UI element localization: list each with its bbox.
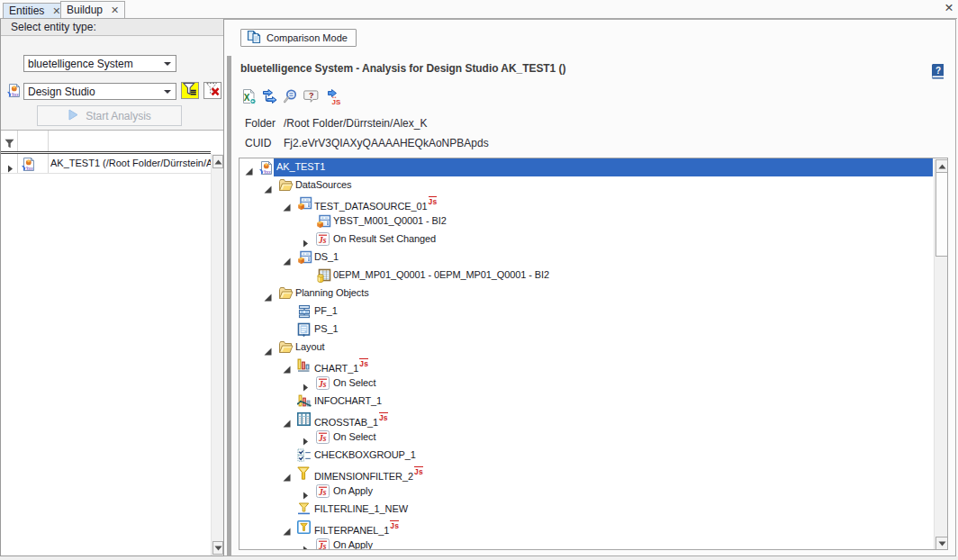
tree-expanded-icon[interactable] [283, 523, 291, 531]
panel-close-icon[interactable]: ✕ [942, 3, 956, 15]
tree-item-ak-test1[interactable]: xxx AK_TEST1 [240, 158, 947, 176]
entity-type-dropdown-value: Design Studio [28, 86, 95, 98]
entity-grid-row-label: AK_TEST1 (/Root Folder/Dürrstein/Alex_K) [50, 158, 211, 168]
start-analysis-button[interactable]: Start Analysis [37, 105, 182, 126]
tree-expanded-icon[interactable] [264, 289, 272, 297]
tree-expanded-icon[interactable] [283, 469, 291, 477]
tree-scrollbar[interactable] [934, 159, 948, 550]
tree-expanded-icon[interactable] [283, 199, 291, 207]
script-badge: Js [390, 520, 399, 530]
tree-collapsed-icon[interactable] [302, 235, 310, 243]
tree-selection-highlight [274, 158, 933, 176]
tree-item-crosstab-1[interactable]: CROSSTAB_1Js [240, 411, 947, 429]
dimensionfilter-icon [297, 466, 312, 481]
svg-text:X: X [244, 93, 250, 103]
designstudio-app-icon: xxx [259, 160, 274, 175]
cuid-field-label: CUID [245, 137, 284, 149]
tree-item-label: Planning Objects [295, 287, 369, 298]
row-expand-icon[interactable] [6, 160, 14, 176]
tree-item-filterpanel-1[interactable]: FILTERPANEL_1Js [240, 519, 947, 537]
tree-item-on-apply[interactable]: Js On Apply [240, 483, 947, 501]
filter-list-button[interactable] [181, 82, 199, 99]
tree-expanded-icon[interactable] [283, 415, 291, 423]
script-event-icon: Js [316, 538, 330, 550]
tree-item-chart-1[interactable]: CHART_1Js [240, 357, 947, 375]
tree-item-ybst-m001-q0001-bi2[interactable]: YBST_M001_Q0001 - BI2 [240, 212, 947, 230]
tree-item-label: CROSSTAB_1Js [314, 413, 388, 428]
filter-list-icon [183, 82, 197, 100]
tab-entities[interactable]: Entities ✕ [3, 3, 68, 18]
tree-collapsed-icon[interactable] [302, 541, 310, 549]
tree-item-label: FILTERPANEL_1Js [314, 521, 399, 536]
designstudio-app-icon: xxx [22, 157, 35, 172]
tree-scrollbar-thumb[interactable] [935, 172, 948, 257]
tree-item-0epm-mp01-q0001-0epm-mp01-q0001-bi2[interactable]: 0EPM_MP01_Q0001 - 0EPM_MP01_Q0001 - BI2 [240, 266, 947, 285]
comparison-mode-button[interactable]: Comparison Mode [240, 29, 357, 47]
tree-collapsed-icon[interactable] [302, 379, 310, 387]
help-book-icon[interactable]: ? [930, 63, 945, 84]
tree-item-layout[interactable]: Layout [240, 339, 947, 357]
grid-row-divider [1, 173, 211, 174]
tree-item-infochart-1[interactable]: INFOCHART_1 [240, 393, 947, 411]
grid-scrollbar[interactable] [211, 154, 223, 555]
play-icon [68, 109, 79, 123]
tree-expanded-icon[interactable] [245, 163, 253, 171]
entity-type-header: Select entity type: [1, 19, 223, 36]
tree-item-pf-1[interactable]: PF_1 [240, 303, 947, 321]
script-event-icon: Js [316, 232, 330, 247]
tree-item-on-select[interactable]: Js On Select [240, 429, 947, 447]
table-database-icon [316, 268, 330, 283]
start-analysis-label: Start Analysis [86, 110, 151, 122]
tree-collapsed-icon[interactable] [302, 433, 310, 441]
system-dropdown[interactable]: bluetelligence System [23, 55, 176, 72]
zoom-details-icon[interactable] [283, 89, 303, 105]
scroll-down-icon[interactable] [212, 541, 223, 555]
filter-clear-button[interactable] [203, 82, 221, 99]
entity-grid-row[interactable]: xxx AK_TEST1 (/Root Folder/Dürrstein/Ale… [1, 155, 211, 173]
analysis-title: bluetelligence System - Analysis for Des… [240, 62, 565, 75]
tree-expanded-icon[interactable] [283, 253, 291, 261]
process-arrows-icon[interactable] [262, 89, 283, 105]
question-bubble-icon[interactable]: ? [303, 89, 324, 105]
svg-text:xxx: xxx [12, 93, 19, 97]
tree-item-planning-objects[interactable]: Planning Objects [240, 285, 947, 303]
tree-item-dimensionfilter-2[interactable]: DIMENSIONFILTER_2Js [240, 465, 947, 483]
svg-text:xxx: xxx [26, 167, 33, 171]
cuid-field-value: Fj2.eVrV3QIAXyQAAAAHEQkAoNPBApds [284, 137, 489, 149]
entity-type-dropdown[interactable]: Design Studio [23, 83, 176, 100]
tree-expanded-icon[interactable] [283, 361, 291, 369]
script-badge: Js [414, 466, 423, 476]
tree-item-on-apply[interactable]: Js On Apply [240, 537, 947, 550]
statusbar-strip [0, 556, 958, 560]
scroll-down-icon[interactable] [935, 537, 948, 550]
analysis-toolbar: X ? JS [241, 89, 345, 105]
tree-item-label: YBST_M001_Q0001 - BI2 [333, 215, 447, 226]
export-excel-icon[interactable]: X [241, 89, 262, 105]
tree-collapsed-icon[interactable] [302, 487, 310, 495]
tree-item-datasources[interactable]: DataSources [240, 176, 947, 194]
tree-item-ps-1[interactable]: PS_1 [240, 321, 947, 339]
tree-item-test-datasource-01[interactable]: TEST_DATASOURCE_01Js [240, 194, 947, 212]
tab-buildup-close-icon[interactable]: ✕ [111, 5, 119, 15]
funnel-small-icon[interactable] [5, 136, 14, 152]
tree-expanded-icon[interactable] [264, 343, 272, 351]
scroll-up-icon[interactable] [212, 155, 223, 168]
cuid-field: CUIDFj2.eVrV3QIAXyQAAAAHEQkAoNPBApds [245, 137, 489, 149]
tree-item-label: PF_1 [314, 305, 338, 316]
tree-item-label: FILTERLINE_1_NEW [314, 503, 408, 514]
script-event-icon: Js [316, 376, 330, 391]
panel-splitter[interactable] [227, 56, 231, 556]
svg-text:JS: JS [332, 98, 341, 105]
tab-buildup[interactable]: Buildup ✕ [60, 1, 125, 18]
tree-expanded-icon[interactable] [264, 181, 272, 189]
tree-item-checkboxgroup-1[interactable]: CHECKBOXGROUP_1 [240, 447, 947, 465]
tree-item-on-result-set-changed[interactable]: Js On Result Set Changed [240, 230, 947, 248]
scroll-up-icon[interactable] [935, 159, 948, 173]
folder-field-value: /Root Folder/Dürrstein/Alex_K [284, 117, 427, 130]
tree-item-on-select[interactable]: Js On Select [240, 375, 947, 393]
chevron-down-icon [164, 62, 171, 66]
script-arrow-icon[interactable]: JS [324, 89, 345, 105]
tree-item-ds-1[interactable]: DS_1 [240, 248, 947, 266]
svg-text:?: ? [935, 66, 941, 76]
tree-item-filterline-1-new[interactable]: FILTERLINE_1_NEW [240, 501, 947, 519]
